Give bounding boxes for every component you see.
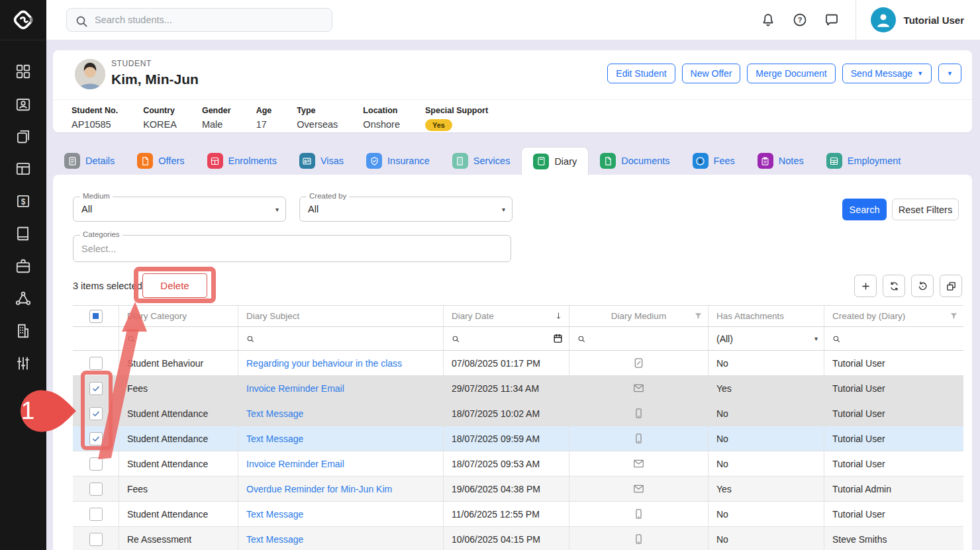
sidebar-item-agents[interactable] [0, 282, 46, 314]
sidebar-item-services[interactable] [0, 250, 46, 282]
tab-enrolments[interactable]: Enrolments [196, 147, 288, 175]
row-checkbox[interactable] [89, 457, 103, 471]
table-row[interactable]: Fees Invoice Reminder Email 29/07/2025 1… [73, 376, 963, 401]
table-row[interactable]: Re Assessment Text Message 10/06/2025 04… [73, 527, 963, 550]
diary-subject-link[interactable]: Text Message [246, 509, 303, 520]
table-row[interactable]: Student Behaviour Regarding your behavio… [73, 351, 963, 376]
edit-student-button[interactable]: Edit Student [607, 64, 675, 83]
attachments-filter-cell[interactable]: (All)▾ [709, 327, 824, 350]
table-row[interactable]: Fees Overdue Reminder for Min-Jun Kim 19… [73, 477, 963, 502]
app-logo[interactable] [0, 0, 46, 40]
add-entry-button[interactable] [854, 275, 877, 297]
created-by-cell: Tutorial User [824, 426, 963, 451]
tab-details[interactable]: Details [53, 147, 126, 175]
search-input[interactable] [93, 14, 332, 26]
medium-filter-cell[interactable] [569, 327, 709, 350]
subject-filter-cell[interactable] [238, 327, 444, 350]
tab-employment[interactable]: Employment [815, 147, 912, 175]
table-row[interactable]: Student Attendance Text Message 18/07/20… [73, 426, 963, 451]
chat-icon[interactable] [824, 12, 840, 28]
filter-funnel-icon[interactable] [949, 311, 959, 321]
notifications-icon[interactable] [760, 12, 776, 28]
row-checkbox[interactable] [89, 533, 103, 546]
user-avatar[interactable] [871, 7, 896, 32]
calendar-icon[interactable] [552, 333, 564, 344]
table-row[interactable]: Student Attendance Invoice Reminder Emai… [73, 451, 963, 477]
row-select-cell[interactable] [73, 527, 119, 550]
search-button[interactable]: Search [842, 199, 887, 220]
sidebar-item-facilities[interactable] [0, 314, 46, 347]
row-select-cell[interactable] [73, 426, 119, 451]
sidebar-item-courses[interactable] [0, 217, 46, 250]
col-header-createdby[interactable]: Created by (Diary) [824, 306, 963, 326]
diary-subject-link[interactable]: Invoice Reminder Email [246, 383, 344, 394]
row-select-cell[interactable] [73, 477, 119, 501]
table-row[interactable]: Student Attendance Text Message 11/06/20… [73, 502, 963, 527]
revert-button[interactable] [911, 275, 934, 297]
diary-subject-link[interactable]: Regarding your behaviour in the class [246, 358, 402, 369]
diary-category-cell: Student Attendance [119, 451, 238, 476]
filter-funnel-icon[interactable] [693, 311, 703, 321]
diary-subject-link[interactable]: Overdue Reminder for Min-Jun Kim [246, 484, 392, 494]
medium-filter-select[interactable]: Medium All ▾ [73, 197, 286, 222]
diary-subject-link[interactable]: Text Message [246, 408, 303, 419]
has-attachments-cell: No [709, 351, 824, 375]
sidebar-item-dashboard[interactable] [0, 55, 46, 87]
select-all-cell[interactable] [73, 306, 119, 326]
select-all-checkbox[interactable] [89, 310, 103, 323]
row-checkbox[interactable] [89, 508, 103, 521]
user-name[interactable]: Tutorial User [904, 15, 964, 26]
row-checkbox[interactable] [89, 357, 103, 370]
tab-notes[interactable]: Notes [746, 147, 815, 175]
createdby-filter-cell[interactable] [824, 327, 963, 350]
refresh-button[interactable] [883, 275, 905, 297]
sidebar-item-fees[interactable]: $ [0, 185, 46, 217]
delete-button[interactable]: Delete [142, 273, 207, 298]
help-icon[interactable]: ? [792, 12, 808, 28]
tab-diary[interactable]: Diary [521, 147, 589, 175]
diary-subject-link[interactable]: Text Message [246, 534, 303, 545]
row-select-cell[interactable] [73, 502, 119, 526]
createdby-filter-label: Created by [307, 192, 349, 200]
divider [856, 0, 856, 40]
category-filter-cell[interactable] [119, 327, 238, 350]
reset-filters-button[interactable]: Reset Filters [892, 199, 959, 220]
col-header-attachments[interactable]: Has Attachments [709, 306, 824, 326]
col-header-medium[interactable]: Diary Medium [569, 306, 709, 326]
diary-subject-link[interactable]: Invoice Reminder Email [246, 459, 344, 469]
createdby-filter-select[interactable]: Created by All ▾ [299, 197, 513, 222]
tab-documents[interactable]: Documents [589, 147, 681, 175]
sidebar-item-offers[interactable] [0, 120, 46, 152]
chevron-down-icon: ▾ [814, 335, 818, 342]
row-checkbox[interactable] [89, 432, 103, 445]
tab-insurance[interactable]: Insurance [355, 147, 441, 175]
row-checkbox[interactable] [89, 482, 103, 496]
row-select-cell[interactable] [73, 451, 119, 476]
date-filter-cell[interactable] [444, 327, 569, 350]
row-select-cell[interactable] [73, 376, 119, 400]
table-row[interactable]: Student Attendance Text Message 18/07/20… [73, 401, 963, 426]
categories-filter-input[interactable]: Categories Select... [73, 235, 511, 262]
search-icon [451, 334, 460, 344]
row-checkbox[interactable] [89, 407, 103, 420]
merge-document-button[interactable]: Merge Document [747, 64, 835, 83]
diary-subject-link[interactable]: Text Message [246, 434, 303, 444]
sidebar-item-students[interactable] [0, 87, 46, 120]
tab-fees[interactable]: $ Fees [681, 147, 746, 175]
row-select-cell[interactable] [73, 401, 119, 426]
new-offer-button[interactable]: New Offer [682, 64, 741, 83]
more-actions-button[interactable]: ▼ [938, 64, 961, 83]
send-message-button[interactable]: Send Message▼ [842, 64, 932, 83]
sidebar-item-settings[interactable] [0, 347, 46, 379]
row-checkbox[interactable] [89, 382, 103, 395]
column-chooser-button[interactable] [940, 275, 962, 297]
tab-services[interactable]: Services [441, 147, 522, 175]
tab-visas[interactable]: Visas [288, 147, 355, 175]
col-header-date[interactable]: Diary Date [444, 306, 569, 326]
sidebar-item-enrolments[interactable] [0, 152, 46, 185]
student-search[interactable] [66, 8, 332, 32]
col-header-subject[interactable]: Diary Subject [238, 306, 444, 326]
tab-offers[interactable]: Offers [126, 147, 195, 175]
col-header-category[interactable]: Diary Category [119, 306, 238, 326]
row-select-cell[interactable] [73, 351, 119, 375]
